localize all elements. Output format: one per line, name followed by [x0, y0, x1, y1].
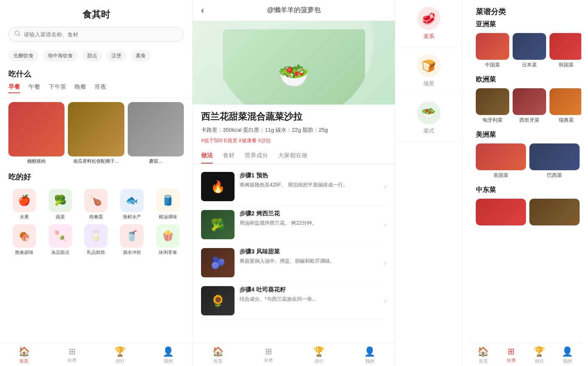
dish-tab-ingredients[interactable]: 食材: [223, 152, 235, 164]
section-mideast: 中东菜: [476, 186, 575, 225]
tag-veg[interactable]: 素食: [131, 50, 151, 61]
sweden-img: [549, 88, 581, 115]
tab-lunch[interactable]: 午餐: [28, 83, 40, 93]
good-item-dairy[interactable]: 🥛 乳品烘焙: [80, 224, 112, 256]
dish-tab-nutrition[interactable]: 营养成分: [245, 152, 268, 164]
step-item-0[interactable]: 🔥 步骤1 预热 将烤箱预热至425F。 用箔纸把平底锅排成一行。 ›: [201, 168, 387, 206]
cat-mideast-2[interactable]: [529, 199, 580, 225]
left-nav-rank[interactable]: 🏆 排行: [96, 346, 144, 364]
good-item-veg[interactable]: 🥦 蔬菜: [44, 189, 76, 220]
step-content-2: 步骤3 风味甜菜 将甜菜倒入油中。用盐、胡椒和欧芹调味。: [240, 248, 379, 265]
food-card-0[interactable]: 糖醋猪肉: [8, 102, 64, 164]
tag-keto[interactable]: 生酮饮食: [8, 50, 39, 61]
tab-dinner[interactable]: 晚餐: [75, 83, 86, 93]
right-nav-category[interactable]: ⊞ 分类: [497, 346, 525, 364]
good-item-grain[interactable]: 🛢️ 粮油调味: [152, 189, 184, 220]
right-nav-rank[interactable]: 🏆 排行: [525, 346, 553, 364]
tag-burger[interactable]: 汉堡: [106, 50, 126, 61]
food-card-2[interactable]: 蘑菇...: [128, 102, 184, 164]
drink-icon: 🥤: [120, 224, 144, 248]
cat-mideast-1[interactable]: [476, 199, 526, 225]
step-arrow-3: ›: [384, 297, 387, 305]
step-item-1[interactable]: 🥦 步骤2 烤西兰花 用油和盐搅拌西兰花。 烤22分钟。 ›: [201, 206, 387, 244]
left-header: 食其时: [0, 0, 192, 46]
dish-tags: #低于500卡路里 #健康餐 #沙拉: [201, 137, 387, 144]
cat-china[interactable]: 中国菜: [476, 33, 509, 69]
cat-spain[interactable]: 西班牙菜: [513, 88, 546, 124]
usa-img: [476, 143, 526, 170]
left-nav-home[interactable]: 🏠 首页: [0, 346, 48, 364]
good-item-snack[interactable]: 🍿 休闲零食: [152, 224, 184, 256]
tag-med[interactable]: 地中海饮食: [43, 50, 78, 61]
left-nav-category[interactable]: ⊞ 分类: [48, 346, 96, 364]
search-box[interactable]: [8, 27, 184, 42]
right-cat-label: 分类: [507, 357, 516, 363]
good-item-fruit[interactable]: 🍎 水果: [8, 189, 40, 220]
mid-cat-label: 分类: [264, 357, 273, 363]
step-title-2: 步骤3 风味甜菜: [240, 248, 379, 256]
cat-hungary[interactable]: 匈牙利菜: [476, 88, 509, 124]
seafood-label: 海鲜水产: [123, 214, 141, 220]
section-eat-what: 吃什么: [0, 66, 192, 81]
right-rank-label: 排行: [535, 358, 544, 364]
america-title: 美洲菜: [476, 131, 575, 139]
search-icon: [15, 31, 21, 38]
food-card-label-0: 糖醋猪肉: [8, 158, 64, 164]
good-item-ice[interactable]: 🍡 冰品面点: [44, 224, 76, 256]
search-input[interactable]: [24, 31, 178, 38]
good-item-drink[interactable]: 🥤 酒水冲饮: [116, 224, 148, 256]
food-card-1[interactable]: 南瓜香料松饼配椰子...: [68, 102, 124, 164]
app-title: 食其时: [8, 8, 184, 21]
back-button[interactable]: ‹: [201, 5, 204, 16]
brazil-label: 巴西菜: [547, 172, 562, 179]
mid-nav-rank[interactable]: 🏆 排行: [294, 346, 345, 364]
right-bottom-nav: 🏠 首页 ⊞ 分类 🏆 排行 👤 我的: [469, 343, 581, 366]
dish-tabs: 做法 食材 营养成分 大家都在做: [193, 152, 395, 164]
step-item-3[interactable]: 🌻 步骤4 吐司葵花籽 结合成分。*与西兰花放在同一张... ›: [201, 282, 387, 320]
tag-dessert[interactable]: 甜点: [82, 50, 102, 61]
tab-afternoon-tea[interactable]: 下午茶: [49, 83, 66, 93]
good-item-seafood[interactable]: 🐟 海鲜水产: [116, 189, 148, 220]
good-item-meat[interactable]: 🍗 肉禽蛋: [80, 189, 112, 220]
meal-tabs: 早餐 午餐 下午茶 晚餐 宵夜: [0, 81, 192, 98]
category-main-title: 菜谱分类: [476, 0, 575, 20]
cat-brazil[interactable]: 巴西菜: [529, 143, 580, 179]
cat-korea[interactable]: 韩国菜: [549, 33, 581, 69]
home-icon: 🏠: [18, 346, 30, 357]
right-nav-home[interactable]: 🏠 首页: [469, 346, 497, 364]
tab-late-night[interactable]: 宵夜: [95, 83, 106, 93]
right-nav-profile[interactable]: 👤 我的: [553, 346, 581, 364]
side-item-style[interactable]: 🥗 菜式: [395, 95, 462, 142]
dish-tab-community[interactable]: 大家都在做: [278, 152, 307, 164]
right-home-label: 首页: [479, 358, 488, 364]
left-nav-profile[interactable]: 👤 我的: [144, 346, 192, 364]
america-grid: 美国菜 巴西菜: [476, 143, 575, 179]
step-img-3: 🌻: [201, 286, 235, 315]
good-grid: 🍎 水果 🥦 蔬菜 🍗 肉禽蛋 🐟 海鲜水产 🛢️ 粮油调味 🍖 熟食卤: [8, 189, 184, 256]
mid-cat-icon: ⊞: [265, 346, 272, 356]
step-item-2[interactable]: 🫐 步骤3 风味甜菜 将甜菜倒入油中。用盐、胡椒和欧芹调味。 ›: [201, 244, 387, 282]
mid-nav-home[interactable]: 🏠 首页: [193, 346, 243, 364]
cat-sweden[interactable]: 瑞典菜: [549, 88, 581, 124]
mid-profile-icon: 👤: [364, 346, 375, 357]
right-home-icon: 🏠: [477, 346, 489, 357]
spain-label: 西班牙菜: [519, 117, 539, 124]
side-item-cuisine[interactable]: 🥩 菜系: [395, 0, 462, 47]
good-item-cooked[interactable]: 🍖 熟食卤味: [8, 224, 40, 256]
hungary-label: 匈牙利菜: [482, 117, 503, 124]
grain-label: 粮油调味: [159, 214, 177, 220]
mid-nav-profile[interactable]: 👤 我的: [344, 346, 395, 364]
dish-name: 西兰花甜菜混合蔬菜沙拉: [201, 110, 387, 123]
mid-nav-category[interactable]: ⊞ 分类: [243, 346, 294, 364]
cat-usa[interactable]: 美国菜: [476, 143, 526, 179]
step-content-3: 步骤4 吐司葵花籽 结合成分。*与西兰花放在同一张...: [240, 286, 379, 303]
dish-tab-method[interactable]: 做法: [201, 152, 213, 164]
cat-japan[interactable]: 日本菜: [513, 33, 546, 69]
side-panel: 🥩 菜系 🍞 场景 🥗 菜式: [395, 0, 462, 366]
usa-label: 美国菜: [493, 172, 508, 179]
step-content-0: 步骤1 预热 将烤箱预热至425F。 用箔纸把平底锅排成一行。: [240, 172, 379, 189]
step-title-3: 步骤4 吐司葵花籽: [240, 286, 379, 294]
mid-rank-label: 排行: [315, 358, 324, 364]
tab-breakfast[interactable]: 早餐: [8, 83, 20, 93]
side-item-scene[interactable]: 🍞 场景: [395, 47, 462, 95]
